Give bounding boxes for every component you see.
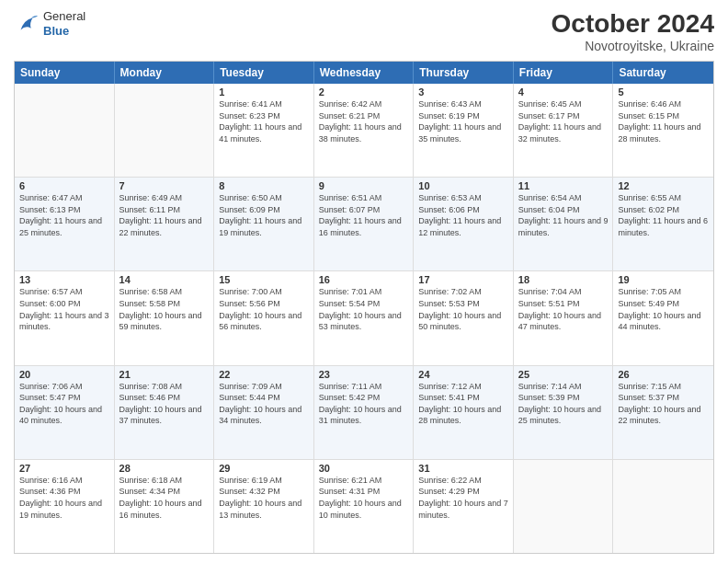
day-info: Sunrise: 6:47 AM Sunset: 6:13 PM Dayligh… [19,192,109,238]
day-number: 27 [19,463,109,474]
page: General Blue October 2024 Novotroyitske,… [0,0,728,563]
day-cell-22: 22Sunrise: 7:09 AM Sunset: 5:44 PM Dayli… [214,366,314,459]
day-info: Sunrise: 7:06 AM Sunset: 5:47 PM Dayligh… [19,381,109,427]
calendar-header: SundayMondayTuesdayWednesdayThursdayFrid… [15,62,713,84]
day-number: 1 [219,86,309,98]
day-number: 15 [219,274,309,285]
day-number: 14 [119,274,210,285]
day-number: 18 [518,274,609,285]
day-number: 31 [418,463,508,474]
day-header-monday: Monday [115,62,215,84]
day-info: Sunrise: 6:51 AM Sunset: 6:07 PM Dayligh… [319,192,409,238]
day-number: 24 [418,369,508,380]
day-number: 12 [618,180,709,191]
day-info: Sunrise: 7:14 AM Sunset: 5:39 PM Dayligh… [518,381,609,427]
day-cell-30: 30Sunrise: 6:21 AM Sunset: 4:31 PM Dayli… [314,460,415,553]
day-cell-16: 16Sunrise: 7:01 AM Sunset: 5:54 PM Dayli… [314,271,415,364]
day-info: Sunrise: 7:09 AM Sunset: 5:44 PM Dayligh… [219,381,309,427]
day-number: 26 [618,369,709,380]
day-number: 5 [618,86,709,98]
day-info: Sunrise: 6:54 AM Sunset: 6:04 PM Dayligh… [518,192,609,238]
month-year-title: October 2024 [552,9,714,39]
day-cell-18: 18Sunrise: 7:04 AM Sunset: 5:51 PM Dayli… [514,271,614,364]
day-info: Sunrise: 6:18 AM Sunset: 4:34 PM Dayligh… [119,475,210,521]
header: General Blue October 2024 Novotroyitske,… [14,9,714,53]
day-number: 13 [19,274,109,285]
day-cell-6: 6Sunrise: 6:47 AM Sunset: 6:13 PM Daylig… [15,178,115,270]
empty-cell [613,460,713,553]
day-number: 16 [319,274,409,285]
day-number: 6 [19,180,109,191]
day-info: Sunrise: 7:00 AM Sunset: 5:56 PM Dayligh… [219,286,309,332]
day-header-thursday: Thursday [414,62,514,84]
day-info: Sunrise: 6:41 AM Sunset: 6:23 PM Dayligh… [219,98,309,144]
day-number: 11 [518,180,609,191]
day-info: Sunrise: 7:04 AM Sunset: 5:51 PM Dayligh… [518,286,609,332]
logo-general: General [43,9,85,24]
day-cell-25: 25Sunrise: 7:14 AM Sunset: 5:39 PM Dayli… [514,366,614,459]
location-subtitle: Novotroyitske, Ukraine [552,39,714,53]
day-info: Sunrise: 6:45 AM Sunset: 6:17 PM Dayligh… [518,98,609,144]
logo: General Blue [14,9,85,38]
day-cell-29: 29Sunrise: 6:19 AM Sunset: 4:32 PM Dayli… [214,460,314,553]
day-info: Sunrise: 7:12 AM Sunset: 5:41 PM Dayligh… [418,381,508,427]
day-cell-31: 31Sunrise: 6:22 AM Sunset: 4:29 PM Dayli… [414,460,514,553]
day-number: 2 [319,86,409,98]
logo-icon [14,11,40,37]
day-info: Sunrise: 6:22 AM Sunset: 4:29 PM Dayligh… [418,475,508,521]
empty-cell [115,84,215,177]
day-number: 9 [319,180,409,191]
day-cell-28: 28Sunrise: 6:18 AM Sunset: 4:34 PM Dayli… [115,460,215,553]
day-cell-15: 15Sunrise: 7:00 AM Sunset: 5:56 PM Dayli… [214,271,314,364]
day-header-friday: Friday [514,62,614,84]
day-cell-21: 21Sunrise: 7:08 AM Sunset: 5:46 PM Dayli… [115,366,215,459]
logo-text: General Blue [43,9,85,38]
day-cell-8: 8Sunrise: 6:50 AM Sunset: 6:09 PM Daylig… [214,178,314,270]
day-cell-27: 27Sunrise: 6:16 AM Sunset: 4:36 PM Dayli… [15,460,115,553]
day-number: 3 [418,86,508,98]
day-cell-1: 1Sunrise: 6:41 AM Sunset: 6:23 PM Daylig… [214,84,314,177]
day-cell-20: 20Sunrise: 7:06 AM Sunset: 5:47 PM Dayli… [15,366,115,459]
calendar-body: 1Sunrise: 6:41 AM Sunset: 6:23 PM Daylig… [15,84,713,553]
day-info: Sunrise: 6:58 AM Sunset: 5:58 PM Dayligh… [119,286,210,332]
calendar-row-3: 13Sunrise: 6:57 AM Sunset: 6:00 PM Dayli… [15,270,713,364]
day-info: Sunrise: 7:02 AM Sunset: 5:53 PM Dayligh… [418,286,508,332]
day-cell-10: 10Sunrise: 6:53 AM Sunset: 6:06 PM Dayli… [414,178,514,270]
day-number: 28 [119,463,210,474]
day-cell-5: 5Sunrise: 6:46 AM Sunset: 6:15 PM Daylig… [613,84,713,177]
empty-cell [15,84,115,177]
day-cell-2: 2Sunrise: 6:42 AM Sunset: 6:21 PM Daylig… [314,84,415,177]
day-cell-23: 23Sunrise: 7:11 AM Sunset: 5:42 PM Dayli… [314,366,415,459]
day-cell-7: 7Sunrise: 6:49 AM Sunset: 6:11 PM Daylig… [115,178,215,270]
day-header-tuesday: Tuesday [214,62,314,84]
day-number: 30 [319,463,409,474]
day-info: Sunrise: 6:42 AM Sunset: 6:21 PM Dayligh… [319,98,409,144]
day-info: Sunrise: 6:57 AM Sunset: 6:00 PM Dayligh… [19,286,109,332]
day-info: Sunrise: 7:11 AM Sunset: 5:42 PM Dayligh… [319,381,409,427]
day-cell-19: 19Sunrise: 7:05 AM Sunset: 5:49 PM Dayli… [613,271,713,364]
day-cell-17: 17Sunrise: 7:02 AM Sunset: 5:53 PM Dayli… [414,271,514,364]
day-header-wednesday: Wednesday [314,62,415,84]
day-info: Sunrise: 6:53 AM Sunset: 6:06 PM Dayligh… [418,192,508,238]
day-cell-13: 13Sunrise: 6:57 AM Sunset: 6:00 PM Dayli… [15,271,115,364]
day-info: Sunrise: 7:15 AM Sunset: 5:37 PM Dayligh… [618,381,709,427]
day-info: Sunrise: 6:21 AM Sunset: 4:31 PM Dayligh… [319,475,409,521]
day-number: 19 [618,274,709,285]
day-cell-9: 9Sunrise: 6:51 AM Sunset: 6:07 PM Daylig… [314,178,415,270]
day-info: Sunrise: 6:49 AM Sunset: 6:11 PM Dayligh… [119,192,210,238]
day-cell-4: 4Sunrise: 6:45 AM Sunset: 6:17 PM Daylig… [514,84,614,177]
day-info: Sunrise: 7:05 AM Sunset: 5:49 PM Dayligh… [618,286,709,332]
day-cell-26: 26Sunrise: 7:15 AM Sunset: 5:37 PM Dayli… [613,366,713,459]
day-number: 25 [518,369,609,380]
day-number: 4 [518,86,609,98]
day-number: 23 [319,369,409,380]
day-header-saturday: Saturday [613,62,713,84]
calendar-row-4: 20Sunrise: 7:06 AM Sunset: 5:47 PM Dayli… [15,365,713,459]
day-cell-14: 14Sunrise: 6:58 AM Sunset: 5:58 PM Dayli… [115,271,215,364]
calendar: SundayMondayTuesdayWednesdayThursdayFrid… [14,61,714,554]
empty-cell [514,460,614,553]
day-number: 10 [418,180,508,191]
day-number: 21 [119,369,210,380]
day-number: 20 [19,369,109,380]
day-number: 22 [219,369,309,380]
